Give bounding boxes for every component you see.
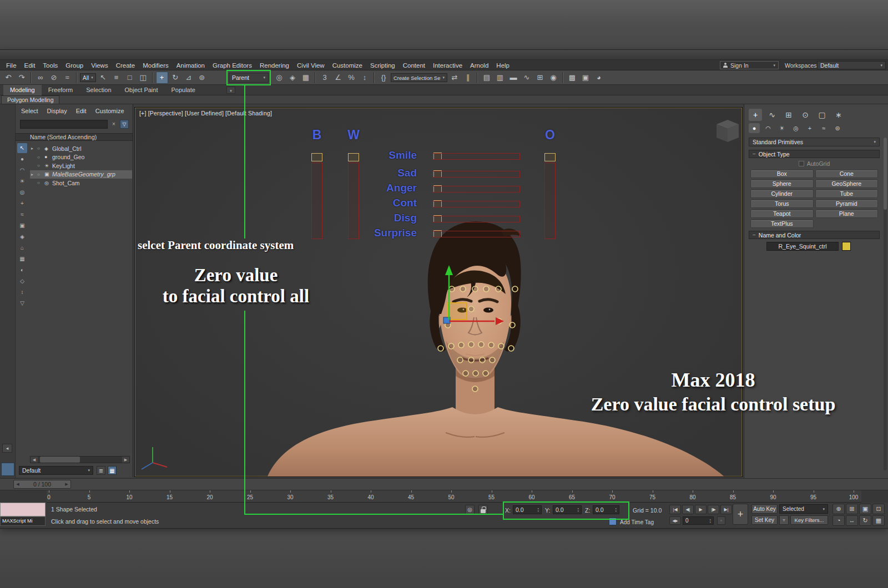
viewport-label[interactable]: [+] [Perspective] [User Defined] [Defaul… [139, 110, 272, 116]
maxscript-mini-listener[interactable] [0, 503, 46, 516]
polygon-modeling-tab[interactable]: Polygon Modeling [1, 95, 59, 104]
next-frame-icon[interactable]: ▶ [63, 482, 70, 486]
selection-filter-dropdown[interactable]: All▾ [80, 73, 96, 82]
facial-vslider-handle-o[interactable] [544, 153, 556, 161]
geometry-category-icon[interactable]: ● [749, 123, 760, 133]
motion-tab-icon[interactable]: ⊙ [799, 109, 812, 121]
display-containers-icon[interactable]: ▦ [17, 254, 27, 264]
go-to-end-button[interactable]: ▶| [720, 505, 732, 514]
ribbon-tab-modeling[interactable]: Modeling [3, 85, 42, 95]
explorer-menu-display[interactable]: Display [47, 108, 67, 114]
textplus-button[interactable]: TextPlus [750, 220, 814, 228]
command-panel-scrollbar[interactable] [884, 138, 887, 470]
expand-arrow-icon[interactable]: ▸ [31, 172, 36, 177]
select-object-icon[interactable]: ↖ [97, 72, 109, 84]
key-mode-icon[interactable]: ◦ [717, 516, 725, 525]
modify-tab-icon[interactable]: ∿ [765, 109, 779, 121]
menu-rendering[interactable]: Rendering [256, 62, 293, 69]
menu-views[interactable]: Views [87, 62, 112, 69]
cone-button[interactable]: Cone [815, 170, 879, 178]
add-time-tag-label[interactable]: Add Time Tag [620, 519, 654, 525]
primitive-category-dropdown[interactable]: Standard Primitives ▾ [749, 138, 880, 146]
rendered-frame-window-icon[interactable]: ▣ [579, 72, 592, 84]
scene-item-keylight[interactable]: ○☀KeyLight [30, 161, 132, 170]
visibility-icon[interactable]: ○ [37, 146, 43, 151]
spinner-down-icon[interactable]: ▾ [577, 510, 579, 513]
utilities-tab-icon[interactable]: ∗ [832, 109, 845, 121]
reference-coordinate-system-dropdown[interactable]: Parent ▾ [229, 73, 269, 83]
display-spacewarps-icon[interactable]: ≈ [17, 210, 27, 220]
key-mode-dropdown[interactable]: Selected ▾ [779, 504, 828, 514]
scene-explorer-config-icon[interactable]: ▦ [108, 466, 117, 475]
ribbon-tab-populate[interactable]: Populate [164, 85, 201, 95]
display-xrefs-icon[interactable]: ◈ [17, 232, 27, 242]
sign-in-button[interactable]: Sign In ▾ [720, 61, 779, 69]
explorer-menu-edit[interactable]: Edit [76, 108, 87, 114]
display-panel-icon[interactable] [1, 463, 14, 476]
play-button[interactable]: ▶ [695, 505, 707, 514]
torus-button[interactable]: Torus [750, 200, 814, 208]
visibility-icon[interactable]: ○ [37, 163, 43, 168]
display-tab-icon[interactable]: ▢ [815, 109, 829, 121]
tube-button[interactable]: Tube [815, 190, 879, 198]
ribbon-tab-selection[interactable]: Selection [79, 85, 118, 95]
workspace-dropdown[interactable]: Default ▾ [817, 61, 886, 69]
use-pivot-point-icon[interactable]: ◎ [273, 72, 285, 84]
layer-dropdown[interactable]: Default ▾ [19, 466, 93, 475]
menu-interactive[interactable]: Interactive [429, 62, 466, 69]
x-coordinate-field[interactable]: 0.0 ▴▾ [513, 505, 542, 514]
material-editor-icon[interactable]: ◉ [547, 72, 559, 84]
scrollbar-track[interactable] [80, 457, 122, 463]
maxscript-mini-title[interactable]: MAXScript Mi [0, 516, 46, 526]
undo-icon[interactable]: ↶ [2, 72, 14, 84]
edit-named-selection-sets-icon[interactable]: {} [377, 72, 390, 84]
track-bar[interactable]: 0510152025303540455055606570758085909510… [0, 490, 888, 503]
curve-editor-icon[interactable]: ∿ [521, 72, 533, 84]
scene-item-global_ctrl[interactable]: ▸○◈Global_Ctrl [30, 144, 132, 153]
visibility-icon[interactable]: ○ [37, 172, 43, 177]
display-bones-icon[interactable]: ⌂ [17, 243, 27, 253]
facial-slider-track-anger[interactable] [432, 186, 520, 192]
menu-content[interactable]: Content [399, 62, 429, 69]
display-geometry-icon[interactable]: ● [17, 154, 27, 164]
helpers-category-icon[interactable]: + [804, 123, 815, 133]
previous-frame-button[interactable]: ◀| [682, 505, 694, 514]
frame-step-buttons[interactable]: ◀▶ [669, 516, 681, 525]
menu-file[interactable]: File [2, 62, 21, 69]
redo-icon[interactable]: ↷ [16, 72, 28, 84]
scrollbar-thumb[interactable] [884, 138, 887, 210]
named-selection-sets-dropdown[interactable]: Create Selection Se▾ [391, 73, 447, 82]
display-lights-icon[interactable]: ☀ [17, 176, 27, 186]
ribbon-tab-freeform[interactable]: Freeform [42, 85, 80, 95]
select-and-place-icon[interactable]: ⊚ [196, 72, 208, 84]
window-crossing-icon[interactable]: ◫ [137, 72, 149, 84]
display-helpers-icon[interactable]: + [17, 199, 27, 209]
menu-edit[interactable]: Edit [21, 62, 39, 69]
shapes-category-icon[interactable]: ◠ [763, 123, 774, 133]
zoom-region-icon[interactable]: ⊡ [872, 504, 885, 514]
align-icon[interactable]: ∥ [462, 72, 474, 84]
scroll-right-icon[interactable]: ▶ [122, 457, 129, 463]
search-clear-icon[interactable]: × [110, 120, 118, 129]
space-warps-category-icon[interactable]: ≈ [818, 123, 829, 133]
object-type-rollout[interactable]: − Object Type [749, 150, 880, 158]
layer-manager-icon[interactable]: ≣ [97, 466, 105, 475]
angle-snap-icon[interactable]: ∠ [332, 72, 344, 84]
pan-icon[interactable]: ↔ [846, 515, 858, 526]
select-by-name-icon[interactable]: ≡ [110, 72, 123, 84]
explorer-search-input[interactable] [20, 120, 108, 129]
selection-lock-toggle[interactable] [478, 505, 488, 514]
spinner-down-icon[interactable]: ▾ [615, 510, 617, 513]
explorer-menu-customize[interactable]: Customize [95, 108, 124, 114]
mirror-icon[interactable]: ⇄ [448, 72, 461, 84]
auto-key-button[interactable]: Auto Key [751, 504, 778, 514]
autogrid-checkbox[interactable] [799, 161, 804, 166]
scrollbar-thumb[interactable] [40, 457, 80, 463]
select-and-manipulate-icon[interactable]: ◈ [286, 72, 299, 84]
panel-collapse-button[interactable]: ◂ [2, 444, 12, 453]
display-frozen-icon[interactable]: ◇ [17, 276, 27, 286]
cylinder-button[interactable]: Cylinder [750, 190, 814, 198]
sphere-button[interactable]: Sphere [750, 180, 814, 188]
render-setup-icon[interactable]: ▩ [566, 72, 578, 84]
explorer-horizontal-scrollbar[interactable]: ◀ ▶ [30, 456, 130, 463]
